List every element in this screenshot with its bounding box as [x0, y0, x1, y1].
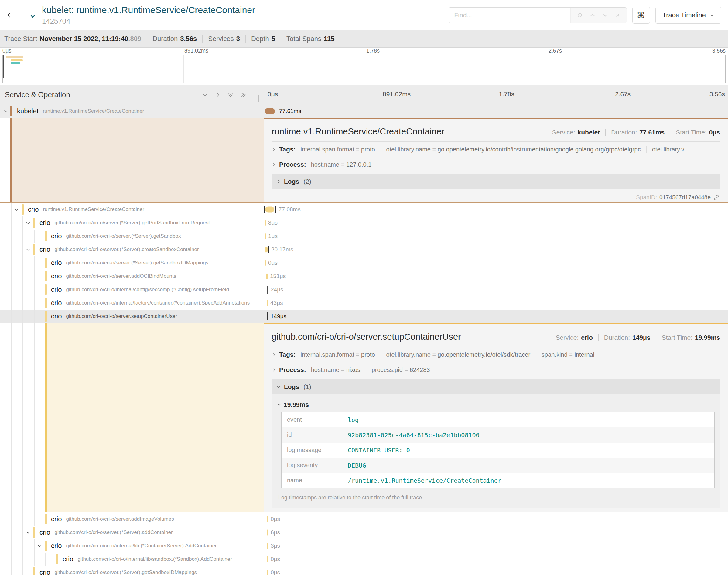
process-label: Process:: [279, 161, 306, 168]
span-duration-bar[interactable]: [266, 274, 268, 279]
span-name-cell[interactable]: crio github.com/cri-o/cri-o/server.setup…: [0, 310, 264, 323]
span-name-cell[interactable]: crio github.com/cri-o/cri-o/server.addIm…: [0, 512, 264, 526]
span-timeline-cell[interactable]: 0μs: [264, 512, 728, 526]
log-field-value: 92b82381-025c-4a64-815c-ba2e1bb08100: [348, 431, 479, 439]
span-name-cell[interactable]: crio github.com/cri-o/cri-o/server.(*Ser…: [0, 526, 264, 539]
indent-guide: [34, 323, 35, 512]
collapse-children-icon[interactable]: [26, 247, 31, 252]
span-timeline-cell[interactable]: 20.17ms: [264, 243, 728, 256]
span-duration-bar[interactable]: [265, 247, 268, 252]
indent-guide: [11, 512, 11, 526]
span-duration-bar[interactable]: [267, 286, 268, 294]
span-duration-bar[interactable]: [265, 108, 275, 114]
collapse-children-icon[interactable]: [37, 543, 42, 549]
span-timeline-cell[interactable]: 77.08ms: [264, 203, 728, 216]
start-time-value: 0μs: [709, 129, 720, 136]
locate-icon[interactable]: [577, 12, 583, 18]
span-timeline-cell[interactable]: 24μs: [264, 283, 728, 296]
log-field-value: CONTAINER USER: 0: [348, 447, 410, 454]
collapse-all-icon[interactable]: [227, 91, 234, 98]
span-timeline-cell[interactable]: 77.61ms: [264, 104, 728, 118]
span-duration-bar[interactable]: [267, 530, 268, 536]
span-duration-bar[interactable]: [267, 516, 268, 522]
tags-row[interactable]: Tags: internal.span.formatproto otel.lib…: [271, 142, 720, 157]
view-selector-button[interactable]: Trace Timeline: [655, 7, 721, 24]
minimap-tick: 0μs: [2, 48, 11, 54]
span-name-cell[interactable]: crio github.com/cri-o/cri-o/internal/con…: [0, 283, 264, 296]
minimap-scrubber[interactable]: [3, 55, 4, 78]
trace-start-value: November 15 2022, 11:19:40: [39, 35, 128, 43]
collapse-children-icon[interactable]: [3, 109, 8, 114]
span-name-cell[interactable]: crio github.com/cri-o/cri-o/internal/fac…: [0, 296, 264, 310]
logs-count: (1): [303, 383, 311, 391]
span-timeline-cell[interactable]: 149μs: [264, 310, 728, 323]
span-timeline-cell[interactable]: 6μs: [264, 526, 728, 539]
indent-guide: [11, 552, 11, 566]
span-timeline-cell[interactable]: 151μs: [264, 270, 728, 283]
span-duration-bar[interactable]: [267, 543, 268, 549]
logs-section-toggle[interactable]: Logs (1): [271, 379, 720, 394]
span-name-cell[interactable]: crio github.com/cri-o/cri-o/server.(*Ser…: [0, 243, 264, 256]
find-next-icon[interactable]: [602, 12, 608, 18]
span-duration-bar[interactable]: [265, 220, 266, 226]
collapse-children-icon[interactable]: [14, 207, 19, 212]
process-row[interactable]: Process: host.namenixos process.pid62428…: [271, 362, 720, 377]
span-row: crio github.com/cri-o/cri-o/server.(*Ser…: [0, 243, 728, 256]
span-timeline-cell[interactable]: 0μs: [264, 552, 728, 566]
collapse-trace-header-icon[interactable]: [29, 12, 37, 21]
span-name-cell[interactable]: crio github.com/cri-o/cri-o/internal/lib…: [0, 539, 264, 552]
find-input[interactable]: [449, 8, 570, 23]
span-name-cell[interactable]: crio github.com/cri-o/cri-o/server.(*Ser…: [0, 216, 264, 230]
collapse-children-icon[interactable]: [26, 530, 31, 535]
logs-section-toggle[interactable]: Logs (2): [271, 174, 720, 189]
span-timeline-cell[interactable]: 43μs: [264, 296, 728, 310]
process-row[interactable]: Process: host.name127.0.0.1: [271, 157, 720, 172]
span-timeline-cell[interactable]: 8μs: [264, 216, 728, 230]
span-name-cell[interactable]: crio github.com/cri-o/cri-o/server.(*Ser…: [0, 230, 264, 243]
span-service: crio: [39, 529, 50, 536]
minimap-viewport[interactable]: [2, 55, 726, 83]
span-duration-bar[interactable]: [267, 556, 268, 562]
back-button[interactable]: [0, 0, 20, 30]
deep-link-icon[interactable]: [713, 194, 720, 201]
span-name-cell[interactable]: crio github.com/cri-o/cri-o/internal/lib…: [0, 552, 264, 566]
span-duration-bar[interactable]: [265, 233, 266, 239]
indent-guide: [22, 283, 23, 296]
find-prev-icon[interactable]: [590, 12, 596, 18]
expand-all-icon[interactable]: [240, 91, 246, 98]
tags-row[interactable]: Tags: internal.span.formatproto otel.lib…: [271, 347, 720, 362]
span-row: crio github.com/cri-o/cri-o/internal/lib…: [0, 539, 728, 552]
span-name-cell[interactable]: crio runtime.v1.RuntimeService/CreateCon…: [0, 203, 264, 216]
log-field-row: name /runtime.v1.RuntimeService/CreateCo…: [282, 473, 714, 488]
column-resize-grip[interactable]: [259, 95, 261, 102]
find-clear-icon[interactable]: [615, 12, 621, 18]
tag-key: internal.span.format: [300, 146, 361, 153]
span-duration-bar[interactable]: [265, 207, 274, 212]
chevron-down-icon: [276, 385, 281, 389]
span-name-cell[interactable]: crio github.com/cri-o/cri-o/server.(*Ser…: [0, 256, 264, 270]
span-name-cell[interactable]: crio github.com/cri-o/cri-o/server.(*Ser…: [0, 566, 264, 575]
expand-one-icon[interactable]: [214, 91, 221, 98]
log-entry-toggle[interactable]: 19.99ms: [277, 399, 715, 412]
span-name-cell[interactable]: kubelet runtime.v1.RuntimeService/Create…: [0, 104, 264, 118]
log-field-key: name: [287, 477, 348, 484]
span-timeline-cell[interactable]: 0μs: [264, 256, 728, 270]
span-timeline-cell[interactable]: 1μs: [264, 230, 728, 243]
keyboard-shortcuts-button[interactable]: ⌘: [632, 7, 650, 24]
collapse-children-icon[interactable]: [26, 221, 31, 226]
collapse-one-icon[interactable]: [202, 91, 208, 98]
indent-guide: [11, 243, 11, 256]
timeline-tick: 3.56s: [709, 91, 725, 98]
span-color-bar: [45, 311, 47, 322]
span-name-cell[interactable]: crio github.com/cri-o/cri-o/server.addOC…: [0, 270, 264, 283]
span-duration-label: 6μs: [271, 526, 280, 539]
span-row: crio github.com/cri-o/cri-o/server.addOC…: [0, 270, 728, 283]
span-timeline-cell[interactable]: 3μs: [264, 539, 728, 552]
span-timeline-cell[interactable]: 0μs: [264, 566, 728, 575]
span-duration-bar[interactable]: [267, 300, 268, 306]
indent-guide: [22, 310, 23, 323]
span-duration-bar[interactable]: [267, 312, 268, 320]
span-duration-bar[interactable]: [265, 260, 266, 266]
span-duration-bar[interactable]: [267, 570, 268, 575]
trace-title-link[interactable]: kubelet: runtime.v1.RuntimeService/Creat…: [42, 5, 255, 15]
